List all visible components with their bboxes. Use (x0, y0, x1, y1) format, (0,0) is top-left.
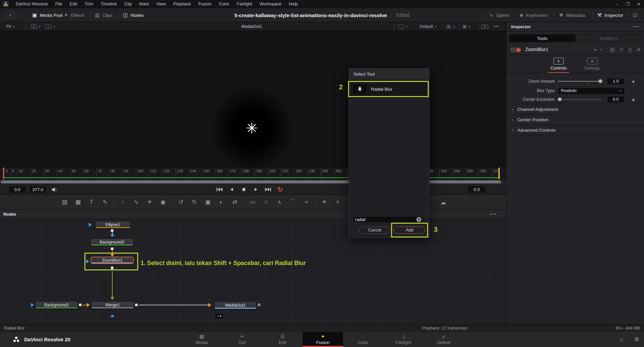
grain-tool-icon[interactable]: ∴ (116, 197, 129, 208)
clips-button[interactable]: ▥ Clips (95, 8, 112, 22)
pmerge-tool-icon[interactable]: ✧ (331, 197, 344, 208)
color-controls-dropdown[interactable]: ∨ (446, 22, 455, 31)
menu-item[interactable]: Clip (121, 1, 136, 6)
mediaout-output-connector[interactable] (258, 303, 261, 306)
page-cut[interactable]: ✂ Cut (222, 332, 262, 347)
zoom-fit-dropdown[interactable]: Fit ∨ (6, 22, 14, 31)
cancel-button[interactable]: Cancel (359, 226, 390, 234)
spline-button[interactable]: ∿ Spline (489, 8, 509, 22)
node-merge1[interactable]: Merge1 (91, 301, 134, 309)
range-in-field[interactable]: 0.0 (8, 186, 26, 193)
zoomblur-input-triangle[interactable] (86, 259, 89, 263)
range-duration-field[interactable]: 377.0 (29, 186, 47, 193)
app-logo-icon[interactable] (3, 1, 9, 7)
background1-input-triangle[interactable] (31, 303, 34, 307)
merge-tool-icon[interactable]: ▣ (201, 197, 215, 208)
metadata-button[interactable]: ❖ Metadata (559, 8, 585, 22)
blur-type-dropdown[interactable]: Realistic ∨ (558, 87, 625, 94)
tool-search-input[interactable] (353, 216, 422, 223)
inspector-options-button[interactable]: ••• (633, 24, 639, 29)
menu-item[interactable]: Help (285, 1, 302, 6)
node-color-dot-icon[interactable]: ● (594, 48, 597, 52)
pemitter-tool-icon[interactable]: ✦ (317, 197, 331, 208)
merge1-output-connector[interactable] (135, 303, 138, 306)
nodes-options-button[interactable]: ••• (490, 212, 497, 217)
inspector-section[interactable]: › Center Position (506, 114, 644, 125)
saver-tool-icon[interactable]: ↻ (188, 197, 201, 208)
reset-icon[interactable]: ↺ (636, 47, 640, 52)
menu-item[interactable]: View (153, 1, 169, 6)
mattecontrol-tool-icon[interactable]: ◐ (215, 197, 228, 208)
inspector-button[interactable]: ⚒ Inspector (597, 8, 623, 22)
zoom-amount-slider[interactable] (558, 81, 602, 82)
node-mediaout1[interactable]: MediaOut1 (214, 302, 257, 309)
colorcorrector-tool-icon[interactable]: ☀ (143, 197, 156, 208)
stop-button[interactable] (239, 185, 248, 193)
loop-button[interactable]: ↻ (276, 185, 285, 193)
pin-icon[interactable] (619, 47, 624, 52)
ellipse1-input-triangle[interactable] (89, 223, 92, 227)
background2-output-connector[interactable] (111, 247, 114, 250)
audio-mute-button[interactable] (50, 185, 59, 193)
menu-item[interactable]: Playback (169, 1, 195, 6)
current-time-field[interactable]: 0.0 (467, 186, 486, 193)
page-fusion[interactable]: ✦ Fusion (303, 332, 343, 347)
settings-button[interactable]: ⚙ (634, 332, 639, 347)
merge1-mask-input-triangle[interactable] (110, 314, 114, 317)
bspline-mask-tool-icon[interactable]: ⌒ (286, 197, 300, 208)
ellipse1-output-connector[interactable] (111, 229, 114, 232)
polygon-mask-tool-icon[interactable]: ⋏ (273, 197, 286, 208)
page-edit[interactable]: ☰ Edit (262, 332, 303, 347)
menu-item[interactable]: Timeline (97, 1, 121, 6)
keyframes-button[interactable]: ◈ Keyframes (520, 8, 548, 22)
nodes-button[interactable]: ◫ Nodes (123, 8, 144, 22)
chevron-down-icon[interactable]: ∨ (600, 48, 603, 51)
page-fairlight[interactable]: ♫ Fairlight (383, 332, 424, 347)
tab-modifiers[interactable]: Modifiers (575, 35, 642, 42)
merge1-input-triangle[interactable] (87, 303, 90, 307)
play-button[interactable] (252, 185, 260, 193)
lock-icon[interactable] (628, 47, 633, 52)
toolbar-separator[interactable] (112, 198, 116, 207)
expand-button[interactable]: ∨ (6, 11, 15, 19)
background-tool-icon[interactable]: ▨ (58, 197, 71, 208)
viewer-options-button[interactable]: ••• (494, 22, 499, 31)
toolbar-separator[interactable] (170, 198, 174, 207)
menu-item[interactable]: File (51, 1, 66, 6)
node-enable-toggle[interactable] (510, 47, 521, 52)
viewer-canvas[interactable]: ✳ (0, 31, 506, 167)
subtab-settings[interactable]: ⚙ Settings (580, 56, 604, 73)
menu-item[interactable]: Fairlight (233, 1, 256, 6)
page-color[interactable]: ◌ Color (343, 332, 383, 347)
menu-item[interactable]: Fusion (195, 1, 215, 6)
inspector-section[interactable]: › Advanced Controls (506, 125, 644, 135)
wiggle-mask-tool-icon[interactable]: ≈ (300, 197, 313, 208)
grid-dropdown[interactable]: ⊞ ∨ (463, 22, 470, 31)
mediaout-view-indicator[interactable] (215, 314, 223, 318)
go-to-end-button[interactable] (264, 185, 272, 193)
roi-dropdown[interactable]: ▪ ∨ (46, 22, 55, 31)
loader-tool-icon[interactable]: ↺ (174, 197, 188, 208)
node-background2[interactable]: Background2 (90, 238, 134, 246)
maximize-button[interactable]: ❐ (626, 2, 630, 7)
effects-button[interactable]: ✦ Effects (64, 8, 85, 22)
home-button[interactable]: ⌂ (620, 332, 623, 347)
paint-tool-icon[interactable]: ✎ (98, 197, 112, 208)
fog-tool-icon[interactable]: ☁ (437, 197, 450, 208)
toolbar-separator[interactable] (241, 198, 246, 207)
node-background1[interactable]: Background1 (35, 301, 78, 309)
menu-item[interactable]: Trim (81, 1, 97, 6)
center-exclusion-slider[interactable] (558, 99, 602, 100)
center-exclusion-value[interactable]: 0.0 (607, 96, 624, 103)
tab-tools[interactable]: Tools (509, 35, 575, 42)
selection-mode-dropdown[interactable]: ∨ (398, 22, 408, 31)
dual-viewer-button[interactable] (482, 22, 488, 31)
menu-item[interactable]: Edit (66, 1, 81, 6)
menu-item[interactable]: Color (215, 1, 233, 6)
step-back-button[interactable] (227, 185, 236, 193)
minimize-button[interactable]: – (616, 2, 618, 7)
guides-dropdown[interactable]: A ∨ (31, 22, 41, 31)
keyframe-diamond-icon[interactable]: ◆ (632, 97, 635, 102)
keyframe-diamond-icon[interactable]: ◆ (632, 79, 635, 84)
panel-layout-button[interactable]: ⊡ (633, 8, 637, 22)
